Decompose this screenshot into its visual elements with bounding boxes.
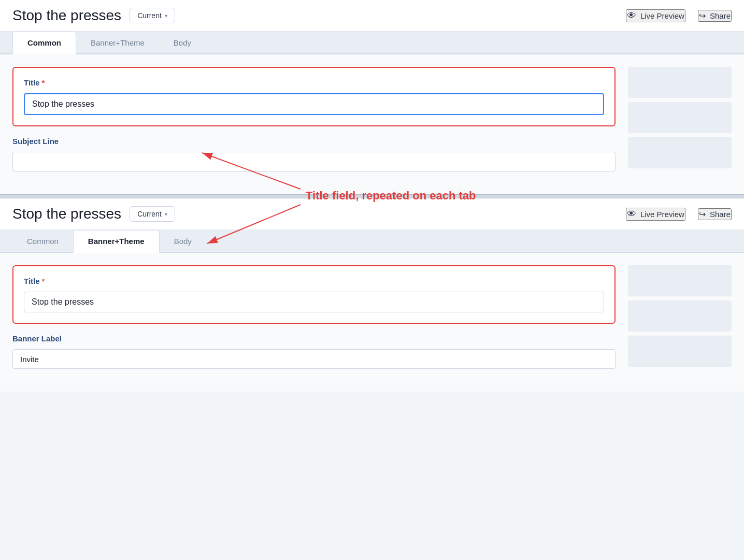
chevron-down-icon-1: ▾: [165, 13, 167, 19]
content-area-1: Title * Subject Line: [0, 54, 744, 194]
title-input-1[interactable]: [24, 93, 604, 115]
version-dropdown-1[interactable]: Current ▾: [130, 8, 175, 23]
share-label-1: Share: [710, 11, 731, 20]
live-preview-button-2[interactable]: 👁 Live Preview: [626, 208, 685, 221]
main-form-2: Title * Banner Label: [12, 265, 616, 379]
tab-common-1[interactable]: Common: [12, 32, 76, 54]
title-input-2[interactable]: [24, 292, 604, 312]
sidebar-block-1c: [628, 137, 732, 168]
share-icon-1: ↪: [699, 11, 706, 21]
right-sidebar-2: [628, 265, 732, 379]
banner-label-input-2[interactable]: [12, 349, 616, 369]
banner-label-section-2: Banner Label: [12, 334, 616, 379]
live-preview-label-2: Live Preview: [640, 210, 684, 219]
sidebar-block-1a: [628, 67, 732, 98]
header-2: Stop the presses Current ▾ 👁 Live Previe…: [0, 198, 744, 230]
content-area-2: Title * Banner Label: [0, 253, 744, 392]
right-sidebar-1: [628, 67, 732, 182]
header-actions-1: 👁 Live Preview ↪ Share: [626, 9, 732, 22]
live-preview-label-1: Live Preview: [640, 11, 684, 20]
required-star-2: *: [42, 277, 45, 285]
eye-icon-1: 👁: [627, 10, 636, 21]
banner-label-label-2: Banner Label: [12, 334, 616, 343]
tab-banner-theme-1[interactable]: Banner+Theme: [76, 32, 159, 53]
page-title-1: Stop the presses: [12, 7, 121, 24]
sidebar-block-2a: [628, 265, 732, 296]
title-label-2: Title *: [24, 277, 604, 285]
sidebar-block-2c: [628, 336, 732, 367]
share-label-2: Share: [710, 210, 731, 219]
share-button-2[interactable]: ↪ Share: [698, 208, 732, 220]
subject-line-section-1: Subject Line: [12, 137, 616, 182]
share-button-1[interactable]: ↪ Share: [698, 10, 732, 22]
version-dropdown-2[interactable]: Current ▾: [130, 206, 175, 222]
chevron-down-icon-2: ▾: [165, 211, 167, 217]
title-field-card-1: Title *: [12, 67, 616, 126]
sidebar-block-2b: [628, 300, 732, 332]
tab-common-2[interactable]: Common: [12, 231, 73, 252]
sidebar-block-1b: [628, 102, 732, 133]
tab-banner-theme-2[interactable]: Banner+Theme: [73, 230, 160, 253]
panel-divider: [0, 194, 744, 198]
title-field-card-2: Title *: [12, 265, 616, 324]
panel-1: Stop the presses Current ▾ 👁 Live Previe…: [0, 0, 744, 194]
header-1: Stop the presses Current ▾ 👁 Live Previe…: [0, 0, 744, 32]
share-icon-2: ↪: [699, 209, 706, 219]
tabs-bar-1: Common Banner+Theme Body: [0, 32, 744, 54]
panel-2: Stop the presses Current ▾ 👁 Live Previe…: [0, 198, 744, 392]
header-actions-2: 👁 Live Preview ↪ Share: [626, 208, 732, 221]
tabs-bar-2: Common Banner+Theme Body: [0, 230, 744, 253]
subject-line-label-1: Subject Line: [12, 137, 616, 146]
eye-icon-2: 👁: [627, 209, 636, 220]
subject-line-input-1[interactable]: [12, 152, 616, 171]
page-title-2: Stop the presses: [12, 206, 121, 222]
required-star-1: *: [42, 78, 45, 87]
title-label-1: Title *: [24, 78, 604, 87]
live-preview-button-1[interactable]: 👁 Live Preview: [626, 9, 685, 22]
version-label-1: Current: [137, 11, 162, 20]
main-form-1: Title * Subject Line: [12, 67, 616, 182]
version-label-2: Current: [137, 210, 162, 218]
tab-body-1[interactable]: Body: [159, 32, 206, 53]
tab-body-2[interactable]: Body: [160, 231, 206, 252]
